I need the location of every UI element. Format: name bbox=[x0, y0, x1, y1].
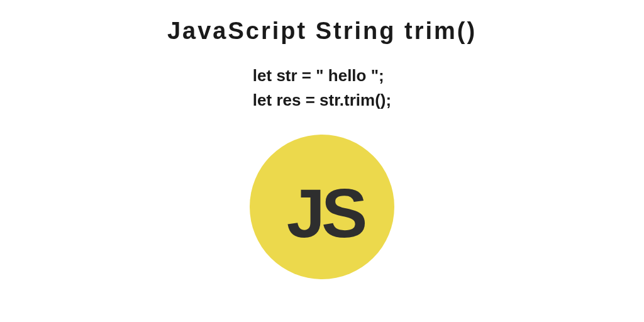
page-title: JavaScript String trim() bbox=[167, 18, 477, 45]
js-logo-text: JS bbox=[287, 173, 364, 253]
js-logo-icon: JS bbox=[250, 135, 394, 279]
code-line-1: let str = " hello "; bbox=[253, 64, 391, 88]
code-line-2: let res = str.trim(); bbox=[253, 88, 391, 113]
code-example: let str = " hello "; let res = str.trim(… bbox=[253, 64, 391, 113]
